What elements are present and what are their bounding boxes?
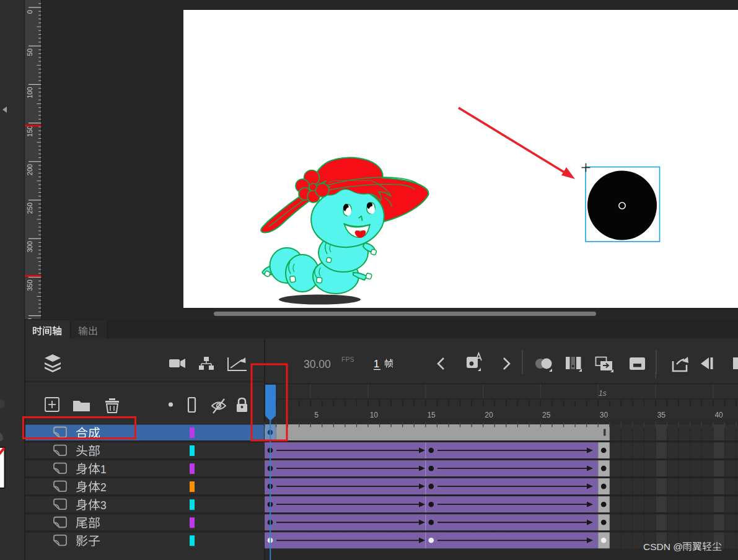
svg-text:150: 150	[26, 126, 33, 137]
svg-text:40: 40	[714, 411, 723, 419]
svg-text:30.00: 30.00	[304, 358, 331, 370]
svg-text:5: 5	[314, 411, 318, 419]
svg-text:30: 30	[600, 411, 608, 419]
svg-text:1s: 1s	[599, 389, 607, 398]
svg-text:200: 200	[26, 164, 33, 175]
svg-text:0: 0	[26, 10, 33, 14]
svg-text:3: 3	[100, 499, 107, 512]
svg-text:10: 10	[370, 411, 379, 419]
svg-text:FPS: FPS	[341, 356, 354, 363]
svg-text:1: 1	[100, 463, 107, 476]
svg-text:350: 350	[26, 279, 33, 291]
svg-text:25: 25	[542, 411, 551, 419]
svg-text:300: 300	[26, 241, 33, 252]
svg-text:20: 20	[485, 411, 493, 419]
svg-text:1: 1	[374, 358, 379, 369]
svg-text:250: 250	[26, 203, 33, 214]
svg-text:2: 2	[100, 481, 107, 494]
svg-text:35: 35	[657, 411, 666, 419]
svg-text:50: 50	[26, 48, 33, 56]
svg-text:100: 100	[26, 87, 33, 98]
svg-text:CSDN @: CSDN @	[643, 541, 683, 552]
svg-text:15: 15	[427, 411, 436, 419]
